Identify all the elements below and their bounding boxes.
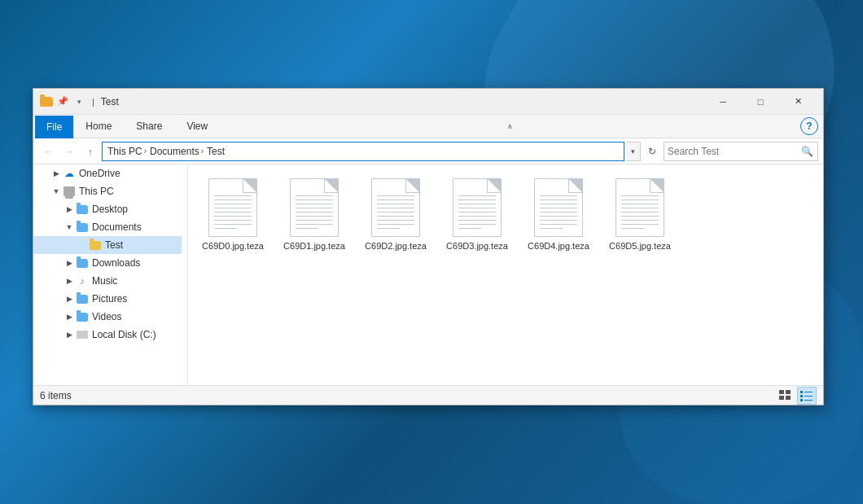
file-icon-lines-3: [458, 195, 496, 232]
search-box[interactable]: 🔍: [664, 142, 818, 161]
title-bar: 📌 ▾ | Test ─ □ ✕: [33, 89, 823, 115]
file-item-4[interactable]: C69D4.jpg.teza: [522, 173, 595, 256]
expand-arrow-documents[interactable]: ▼: [63, 221, 76, 234]
file-item-5[interactable]: C69D5.jpg.teza: [603, 173, 677, 256]
sidebar: ▶ ☁ OneDrive ▼ This PC ▶: [33, 164, 188, 385]
minimize-button[interactable]: ─: [704, 89, 742, 115]
svg-rect-9: [804, 400, 813, 401]
sidebar-label-documents: Documents: [92, 221, 142, 233]
expand-arrow-pictures[interactable]: ▶: [63, 292, 76, 305]
grid-view-button[interactable]: [776, 387, 795, 405]
address-dropdown-button[interactable]: ▾: [626, 142, 641, 161]
expand-arrow-desktop[interactable]: ▶: [63, 203, 76, 216]
downloads-folder-icon: [76, 256, 89, 270]
file-item-3[interactable]: C69D3.jpg.teza: [440, 173, 514, 256]
status-bar: 6 items: [33, 385, 823, 405]
ribbon-expand-button[interactable]: ∧: [502, 117, 519, 135]
expand-arrow-localdisk[interactable]: ▶: [63, 328, 76, 341]
sidebar-item-test[interactable]: Test: [33, 236, 182, 254]
search-input[interactable]: [668, 146, 796, 157]
expand-arrow-music[interactable]: ▶: [63, 274, 76, 287]
path-segment-test-label: Test: [207, 146, 225, 157]
file-line-2: [296, 204, 333, 204]
sidebar-label-videos: Videos: [92, 311, 121, 322]
sidebar-item-pictures[interactable]: ▶ Pictures: [33, 290, 182, 308]
sidebar-item-downloads[interactable]: ▶ Downloads: [33, 254, 182, 272]
file-icon-lines-1: [296, 195, 333, 232]
file-icon-lines-0: [214, 195, 252, 232]
file-line-7: [214, 224, 252, 225]
expand-arrow-onedrive[interactable]: ▶: [50, 167, 63, 180]
sidebar-item-documents[interactable]: ▼ Documents: [33, 218, 182, 236]
file-item-1[interactable]: C69D1.jpg.teza: [278, 173, 351, 256]
up-button[interactable]: ↑: [81, 142, 100, 161]
tab-share[interactable]: Share: [124, 115, 174, 138]
expand-arrow-thispc[interactable]: ▼: [50, 185, 63, 198]
path-segment-test[interactable]: Test: [207, 146, 225, 157]
expand-arrow-downloads[interactable]: ▶: [63, 256, 76, 270]
quick-access-folder-icon: [40, 95, 53, 108]
sidebar-item-desktop[interactable]: ▶ Desktop: [33, 200, 182, 218]
file-line-1: [296, 199, 333, 200]
file-name-4: C69D4.jpg.teza: [528, 240, 589, 252]
sidebar-item-thispc[interactable]: ▼ This PC: [33, 182, 182, 200]
file-line-5: [296, 216, 333, 217]
file-line-5: [214, 216, 252, 217]
file-line-5: [540, 216, 577, 217]
file-icon-1: [290, 178, 339, 237]
file-line-2: [377, 204, 414, 204]
path-segment-thispc[interactable]: This PC ›: [107, 146, 147, 157]
documents-folder-icon: [76, 221, 89, 234]
file-icon-0: [208, 178, 257, 237]
sidebar-label-pictures: Pictures: [92, 293, 127, 305]
onedrive-icon: ☁: [63, 167, 76, 180]
sidebar-item-localdisk[interactable]: ▶ Local Disk (C:): [33, 326, 182, 344]
svg-rect-5: [804, 392, 813, 392]
file-area: C69D0.jpg.tezaC69D1.jpg.tezaC69D2.jpg.te…: [188, 164, 823, 385]
file-line-8: [540, 228, 563, 229]
refresh-button[interactable]: ↻: [642, 142, 662, 161]
items-count: 6 items: [40, 390, 72, 401]
close-button[interactable]: ✕: [779, 89, 817, 115]
path-arrow-2: ›: [201, 147, 204, 156]
pc-icon: [63, 185, 76, 198]
back-button[interactable]: ←: [38, 142, 58, 161]
file-item-0[interactable]: C69D0.jpg.teza: [196, 173, 269, 256]
tab-file[interactable]: File: [35, 116, 73, 138]
svg-rect-8: [800, 399, 803, 401]
file-line-4: [621, 212, 659, 213]
svg-rect-7: [804, 396, 813, 397]
file-line-3: [540, 208, 577, 208]
maximize-button[interactable]: □: [742, 89, 779, 115]
list-view-button[interactable]: [797, 387, 817, 405]
file-line-1: [377, 199, 414, 200]
file-line-1: [214, 199, 252, 200]
sidebar-label-thispc: This PC: [79, 186, 114, 197]
address-path[interactable]: This PC › Documents › Test: [102, 142, 624, 161]
file-line-7: [377, 224, 414, 225]
file-line-2: [458, 204, 496, 204]
dropdown-arrow-icon[interactable]: ▾: [72, 95, 85, 108]
file-item-2[interactable]: C69D2.jpg.teza: [359, 173, 432, 256]
sidebar-item-onedrive[interactable]: ▶ ☁ OneDrive: [33, 164, 182, 182]
path-segment-documents-label: Documents: [150, 146, 199, 157]
sidebar-item-videos[interactable]: ▶ Videos: [33, 308, 182, 326]
file-line-1: [458, 199, 496, 200]
file-line-1: [540, 199, 577, 200]
file-line-7: [540, 224, 577, 225]
help-button[interactable]: ?: [800, 117, 818, 135]
file-icon-lines-4: [540, 195, 577, 232]
main-content: ▶ ☁ OneDrive ▼ This PC ▶: [33, 164, 823, 385]
sidebar-scroll[interactable]: ▶ ☁ OneDrive ▼ This PC ▶: [33, 164, 182, 385]
path-segment-documents[interactable]: Documents ›: [150, 146, 204, 157]
sidebar-item-music[interactable]: ▶ ♪ Music: [33, 272, 182, 290]
file-icon-3: [453, 178, 502, 237]
file-line-6: [214, 220, 252, 221]
expand-arrow-videos[interactable]: ▶: [63, 310, 76, 323]
tab-view[interactable]: View: [174, 115, 220, 138]
tab-home[interactable]: Home: [73, 115, 124, 138]
file-line-8: [377, 228, 400, 229]
search-icon[interactable]: 🔍: [799, 143, 814, 160]
forward-button[interactable]: →: [59, 142, 79, 161]
title-bar-icons: 📌 ▾: [40, 95, 85, 108]
